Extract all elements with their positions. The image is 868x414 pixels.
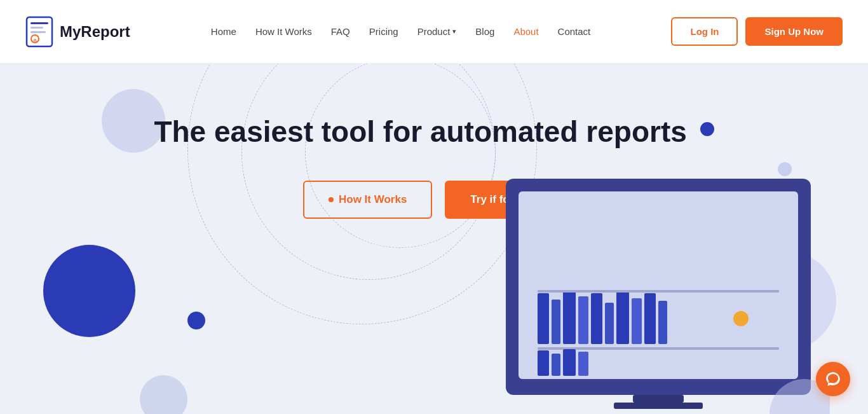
nav-how-it-works[interactable]: How It Works [255, 26, 312, 37]
nav-links: Home How It Works FAQ Pricing Product ▾ … [211, 26, 590, 38]
svg-rect-26 [614, 403, 703, 409]
svg-rect-16 [644, 293, 656, 344]
svg-rect-13 [605, 303, 614, 344]
hero-section: The easiest tool for automated reports H… [0, 64, 868, 414]
svg-rect-2 [31, 27, 43, 29]
svg-rect-9 [552, 300, 560, 344]
svg-rect-8 [538, 293, 549, 344]
svg-rect-23 [538, 290, 779, 293]
svg-point-24 [733, 311, 749, 326]
chat-icon [825, 371, 841, 387]
svg-rect-15 [632, 298, 642, 344]
svg-rect-3 [31, 31, 46, 33]
logo-icon: a [25, 16, 53, 48]
brand-name: MyReport [60, 23, 130, 41]
svg-rect-22 [578, 352, 588, 376]
how-button-dot-icon [329, 197, 334, 202]
svg-rect-20 [552, 354, 560, 376]
nav-actions: Log In Sign Up Now [671, 17, 843, 46]
svg-rect-17 [658, 301, 667, 344]
svg-rect-25 [633, 395, 684, 403]
chevron-down-icon: ▾ [452, 27, 456, 36]
navbar: a MyReport Home How It Works FAQ Pricing… [0, 0, 868, 64]
svg-rect-1 [31, 22, 48, 24]
hero-title-dot [700, 122, 714, 136]
svg-rect-21 [563, 349, 576, 376]
logo-link[interactable]: a MyReport [25, 16, 130, 48]
monitor-illustration [487, 166, 830, 414]
nav-about[interactable]: About [513, 26, 538, 37]
chat-support-button[interactable] [816, 362, 850, 396]
svg-rect-7 [519, 191, 798, 379]
login-button[interactable]: Log In [671, 17, 738, 46]
nav-home[interactable]: Home [211, 26, 236, 37]
svg-rect-10 [563, 290, 576, 344]
signup-button[interactable]: Sign Up Now [745, 17, 843, 46]
svg-rect-19 [538, 350, 549, 376]
nav-blog[interactable]: Blog [475, 26, 494, 37]
deco-circle-2 [43, 245, 135, 337]
nav-product[interactable]: Product ▾ [417, 26, 457, 37]
nav-contact[interactable]: Contact [558, 26, 591, 37]
how-it-works-button[interactable]: How It Works [303, 181, 432, 219]
svg-rect-11 [578, 296, 588, 344]
svg-rect-14 [616, 292, 629, 344]
nav-pricing[interactable]: Pricing [369, 26, 398, 37]
svg-text:a: a [34, 37, 37, 43]
nav-faq[interactable]: FAQ [331, 26, 350, 37]
svg-rect-12 [591, 293, 602, 344]
deco-circle-3 [187, 312, 205, 329]
deco-circle-4 [140, 375, 187, 414]
hero-title: The easiest tool for automated reports [154, 114, 714, 149]
